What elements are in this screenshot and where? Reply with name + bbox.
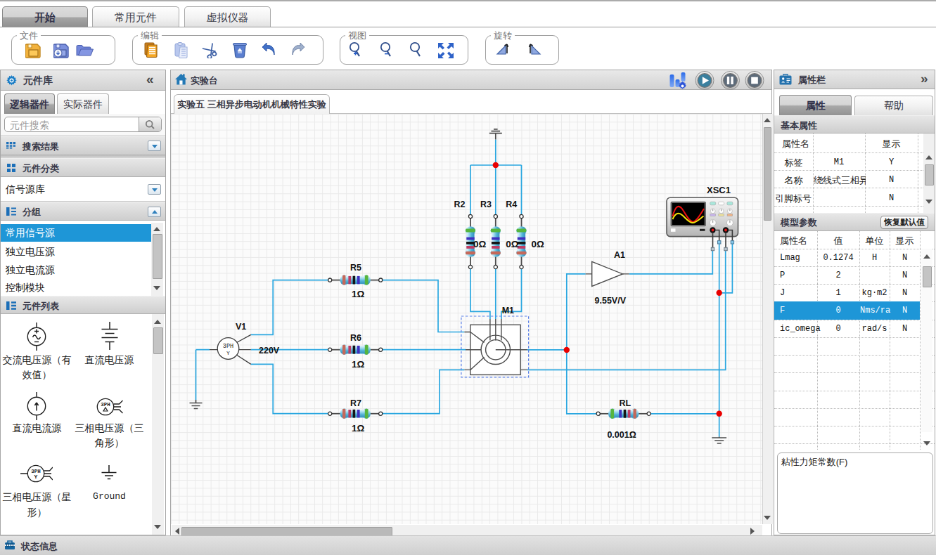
svg-text:0Ω: 0Ω — [531, 239, 544, 249]
svg-text:0Ω: 0Ω — [473, 239, 487, 249]
svg-text:R4: R4 — [506, 200, 517, 209]
svg-text:0.001Ω: 0.001Ω — [607, 430, 636, 440]
svg-text:9.55V/V: 9.55V/V — [595, 296, 627, 306]
svg-text:V1: V1 — [236, 322, 246, 332]
svg-text:RL: RL — [620, 398, 632, 408]
svg-text:R6: R6 — [350, 333, 361, 343]
svg-text:1Ω: 1Ω — [352, 423, 365, 434]
svg-text:3PH: 3PH — [223, 343, 233, 350]
svg-text:Y: Y — [226, 350, 230, 356]
svg-text:M1: M1 — [502, 306, 514, 315]
svg-text:A1: A1 — [614, 250, 625, 260]
svg-text:3PH: 3PH — [101, 402, 110, 408]
svg-text:Y: Y — [34, 474, 38, 480]
svg-text:1Ω: 1Ω — [352, 359, 365, 370]
svg-text:1Ω: 1Ω — [352, 289, 365, 299]
svg-text:R2: R2 — [454, 200, 466, 209]
svg-text:220V: 220V — [259, 346, 280, 356]
svg-text:R5: R5 — [350, 263, 361, 273]
svg-text:0Ω: 0Ω — [506, 239, 519, 249]
svg-text:R7: R7 — [350, 398, 361, 408]
svg-text:XSC1: XSC1 — [707, 185, 731, 195]
svg-text:R3: R3 — [480, 200, 492, 209]
